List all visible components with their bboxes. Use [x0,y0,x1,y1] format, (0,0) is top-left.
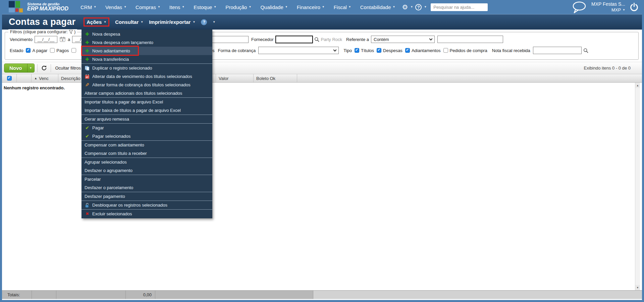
check-icon: ✔ [85,134,90,138]
calendar-icon [85,74,90,79]
novo-dropdown-toggle[interactable]: ▼ [27,64,34,72]
nav-financeiro[interactable]: Financeiro▼ [297,4,325,10]
nav-estoque[interactable]: Estoque▼ [194,4,216,10]
chevron-down-icon: ▼ [322,6,325,8]
forma-cobranca-label: Forma de cobrança [218,48,256,53]
help-icon[interactable]: ? [415,4,422,10]
nav-qualidade[interactable]: Qualidade▼ [260,4,287,10]
a-pagar-checkbox[interactable] [26,48,31,53]
menu-item-novo-adiantamento[interactable]: ✚ Novo adiantamento [82,47,212,55]
menu-acoes[interactable]: Ações ▼ [87,19,106,25]
account-info: MXP Festas S... MXP ▼ [591,1,625,13]
help-menu-chevron-icon[interactable]: ▼ [424,6,427,8]
help-chevron-icon[interactable]: ▼ [213,21,215,24]
menu-item-duplicar-registro[interactable]: Duplicar o registro selecionado [82,64,212,72]
pedidos-compra-checkbox[interactable] [443,48,448,53]
column-header-venc[interactable]: ▲ Venc [32,74,58,82]
fornecedor-search-icon[interactable] [314,37,319,42]
menu-item-compensar-titulo-receber[interactable]: Compensar com título a receber [82,149,212,158]
ocultar-filtros-button[interactable]: Ocultar filtros [54,66,83,71]
forma-cobranca-select[interactable] [258,47,339,54]
column-header-boleto-ok[interactable]: Boleto Ok [254,74,297,82]
plus-icon: ✚ [85,57,90,61]
power-icon[interactable] [630,3,639,12]
plus-icon: ✚ [85,40,90,45]
app-logo[interactable]: Sistema de gestão ERP MAXIPROD [9,1,68,13]
nota-fiscal-input[interactable] [533,47,582,54]
nav-crm[interactable]: CRM▼ [80,4,96,10]
menu-item-alterar-forma-cobranca[interactable]: ✎ Alterar forma de cobrança dos títulos … [82,81,212,89]
fornecedor-input[interactable] [275,36,313,43]
gear-icon[interactable]: ⚙ [402,4,408,10]
scroll-up-icon[interactable]: ▲ [635,83,640,88]
menu-item-importar-baixa[interactable]: Importar baixa de títulos a pagar de arq… [82,106,212,115]
filter-row-tipo: s Forma de cobrança Tipo Títulos Despesa… [212,46,588,54]
user-menu[interactable]: MXP ▼ [591,7,625,13]
menu-item-pagar[interactable]: ✔ Pagar [82,124,212,132]
nav-itens[interactable]: Itens▼ [169,4,184,10]
refresh-button[interactable] [40,65,48,71]
menu-item-desfazer-agrupamento[interactable]: Desfazer o agrupamento [82,166,212,175]
titulos-checkbox[interactable] [355,48,359,53]
nav-contabilidade[interactable]: Contabilidade▼ [360,4,395,10]
menu-item-desfazer-parcelamento[interactable]: Desfazer o parcelamento [82,183,212,192]
menu-item-compensar-adiantamento[interactable]: Compensar com adiantamento [82,141,212,149]
chevron-down-icon: ▼ [623,9,625,11]
menu-imprimir-exportar[interactable]: Imprimir/exportar ▼ [149,19,195,25]
nav-vendas[interactable]: Vendas▼ [105,4,126,10]
referente-select[interactable]: Contém [371,36,435,43]
despesas-checkbox[interactable] [377,48,381,53]
menu-item-excluir-selecionados[interactable]: ✖ Excluir selecionados [82,210,212,218]
menu-item-pagar-selecionados[interactable]: ✔ Pagar selecionados [82,132,212,140]
hidden-label-tail: s [212,48,215,53]
check-icon: ✔ [85,126,90,130]
nota-fiscal-search-icon[interactable] [583,48,588,53]
calendar-picker-icon[interactable]: 8 [59,36,66,42]
menu-item-parcelar[interactable]: Parcelar [82,175,212,183]
menu-consultar[interactable]: Consultar ▼ [115,19,143,25]
logo-mark-icon [9,1,24,13]
totals-valor-cell: 0,00 [126,291,155,299]
logo-name: ERP MAXIPROD [27,6,68,12]
totals-footer: Totais: 0,00 [2,290,642,299]
nav-producao[interactable]: Produção▼ [225,4,251,10]
estado-other [71,48,78,53]
scroll-down-icon[interactable]: ▼ [635,285,640,290]
chat-bubble-icon[interactable] [572,1,587,13]
novo-button[interactable]: Novo ▼ [4,63,35,73]
column-header-flags[interactable] [17,74,32,82]
menu-item-nova-transferencia[interactable]: ✚ Nova transferência [82,55,212,63]
chevron-down-icon: ▼ [30,67,32,70]
vertical-scrollbar[interactable]: ▲ ▼ [635,83,640,290]
menu-item-desbloquear-registros[interactable]: Desbloquear os registros selecionados [82,201,212,209]
pagos-checkbox[interactable] [50,48,55,53]
menu-item-alterar-campos-adicionais[interactable]: Alterar campos adicionais dos títulos se… [82,89,212,97]
unlock-icon [85,203,90,208]
empty-message: Nenhum registro encontrado. [4,85,65,90]
menu-item-importar-titulos[interactable]: Importar títulos a pagar de arquivo Exce… [82,98,212,106]
vencimento-from-input[interactable] [35,36,57,43]
nav-fiscal[interactable]: Fiscal▼ [334,4,351,10]
totals-label-cell: Totais: [2,291,32,299]
plus-icon: ✚ [85,32,90,36]
referente-input[interactable] [437,36,503,43]
select-all-checkbox[interactable] [7,76,12,81]
help-search-input[interactable] [431,3,488,11]
filters-legend[interactable]: Filtros (clique para configurar: ) [8,29,77,34]
page-help-icon[interactable]: ? [201,19,207,25]
menu-item-agrupar-selecionados[interactable]: Agrupar selecionados [82,158,212,166]
menu-item-gerar-arquivo-remessa[interactable]: Gerar arquivo remessa [82,115,212,123]
adiantamentos-checkbox[interactable] [405,48,410,53]
toolbar-separator [51,64,51,72]
menu-item-alterar-data-vencimento[interactable]: Alterar data de vencimento dos títulos s… [82,72,212,81]
select-chevron-icon [429,37,433,40]
vencimento-label: Vencimento [10,37,33,42]
chevron-down-icon: ▼ [141,21,143,24]
tipo-titulos: Títulos [355,48,374,53]
menu-item-nova-despesa[interactable]: ✚ Nova despesa [82,30,212,38]
menu-item-nova-despesa-com-lancamento[interactable]: ✚ Nova despesa com lançamento [82,38,212,47]
gear-menu-chevron-icon[interactable]: ▼ [410,6,413,8]
column-header-valor[interactable]: Valor [216,74,254,82]
menu-item-desfazer-pagamento[interactable]: Desfazer pagamento [82,192,212,201]
nav-compras[interactable]: Compras▼ [136,4,160,10]
